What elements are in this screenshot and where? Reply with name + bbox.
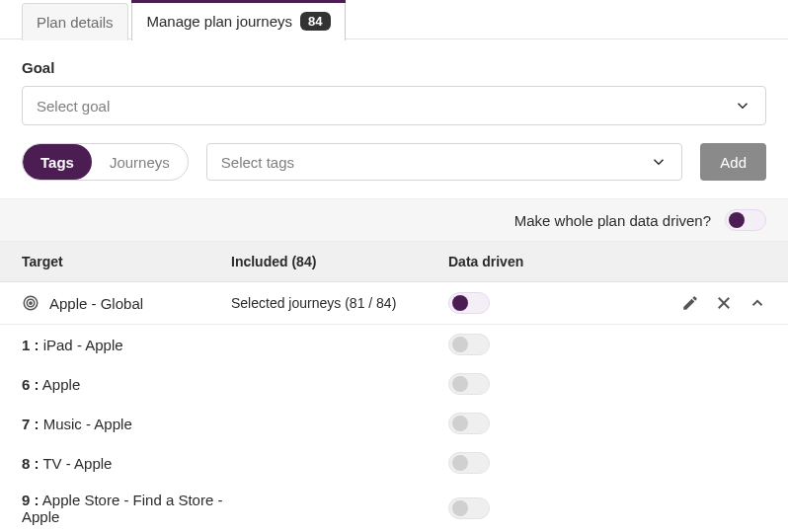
tab-bar: Plan details Manage plan journeys 84 — [0, 0, 788, 39]
toggle-knob — [452, 376, 468, 392]
col-included: Included (84) — [231, 254, 448, 269]
plan-data-driven-toggle[interactable] — [725, 209, 766, 231]
toggle-knob — [729, 212, 745, 228]
group-row: Apple - Global Selected journeys (81 / 8… — [0, 282, 788, 325]
journey-index: 6 : — [22, 376, 39, 393]
journey-name: iPad - Apple — [43, 337, 123, 353]
toggle-knob — [452, 455, 468, 471]
goal-label: Goal — [22, 59, 766, 76]
goal-placeholder: Select goal — [37, 98, 110, 114]
journey-target: 8 : TV - Apple — [22, 455, 231, 472]
tab-label: Manage plan journeys — [146, 13, 292, 30]
journey-row: 6 : Apple — [0, 364, 788, 404]
svg-point-2 — [30, 302, 32, 304]
journey-name: Apple Store - Find a Store - Apple — [22, 492, 222, 525]
chevron-down-icon — [734, 97, 751, 114]
journey-index: 9 : — [22, 492, 39, 508]
journey-toggle[interactable] — [448, 413, 490, 434]
target-icon — [22, 294, 39, 312]
toggle-knob — [452, 337, 468, 352]
segment-journeys[interactable]: Journeys — [92, 144, 188, 180]
group-data-driven-toggle[interactable] — [448, 292, 490, 314]
col-target: Target — [22, 254, 231, 269]
journey-row: 8 : TV - Apple — [0, 443, 788, 483]
tab-badge: 84 — [300, 12, 330, 31]
chevron-down-icon — [650, 153, 668, 171]
group-target: Apple - Global — [22, 294, 231, 312]
journey-row: 7 : Music - Apple — [0, 404, 788, 443]
journey-name: Music - Apple — [43, 416, 132, 432]
tags-select[interactable]: Select tags — [206, 143, 683, 181]
segment-control: Tags Journeys — [22, 143, 189, 181]
chevron-up-icon[interactable] — [749, 294, 766, 312]
goal-section: Goal Select goal — [0, 39, 788, 125]
journey-index: 7 : — [22, 416, 39, 432]
journey-target: 7 : Music - Apple — [22, 416, 231, 432]
journey-name: TV - Apple — [42, 455, 112, 472]
group-included: Selected journeys (81 / 84) — [231, 295, 448, 311]
filter-row: Tags Journeys Select tags Add — [0, 125, 788, 198]
goal-select[interactable]: Select goal — [22, 86, 766, 125]
edit-icon[interactable] — [681, 294, 699, 312]
journey-index: 1 : — [22, 337, 39, 353]
group-actions — [658, 294, 766, 312]
tags-placeholder: Select tags — [221, 154, 294, 171]
journey-name: Apple — [42, 376, 80, 393]
table-header: Target Included (84) Data driven — [0, 242, 788, 282]
journey-toggle[interactable] — [448, 452, 490, 474]
journey-toggle[interactable] — [448, 334, 490, 355]
toggle-knob — [452, 416, 468, 431]
toggle-knob — [452, 295, 468, 311]
journey-toggle[interactable] — [448, 497, 490, 519]
tab-plan-details[interactable]: Plan details — [22, 3, 128, 40]
group-name: Apple - Global — [49, 295, 143, 312]
toggle-knob — [452, 500, 468, 516]
journey-index: 8 : — [22, 455, 39, 472]
data-driven-bar: Make whole plan data driven? — [0, 198, 788, 242]
add-button[interactable]: Add — [700, 143, 766, 181]
journey-target: 1 : iPad - Apple — [22, 337, 231, 353]
tab-label: Plan details — [37, 14, 114, 31]
tab-manage-journeys[interactable]: Manage plan journeys 84 — [131, 1, 345, 40]
journey-row: 1 : iPad - Apple — [0, 325, 788, 364]
journey-toggle[interactable] — [448, 373, 490, 395]
journey-row: 9 : Apple Store - Find a Store - Apple — [0, 483, 788, 532]
data-driven-label: Make whole plan data driven? — [514, 212, 711, 229]
close-icon[interactable] — [715, 294, 733, 312]
segment-tags[interactable]: Tags — [23, 144, 92, 180]
journey-target: 9 : Apple Store - Find a Store - Apple — [22, 492, 231, 525]
journey-target: 6 : Apple — [22, 376, 231, 393]
col-data-driven: Data driven — [448, 254, 658, 269]
